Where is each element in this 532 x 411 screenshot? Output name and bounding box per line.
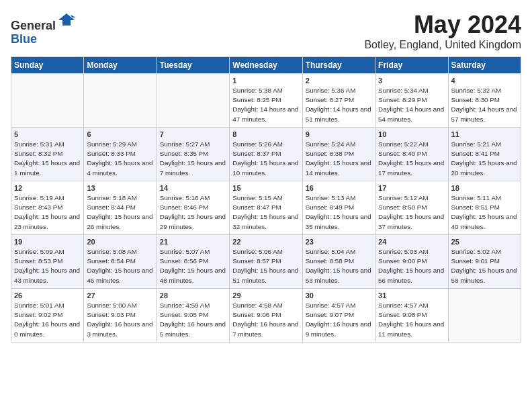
table-row: 20Sunrise: 5:08 AM Sunset: 8:54 PM Dayli…	[84, 235, 157, 289]
day-number: 19	[14, 238, 81, 246]
table-row: 7Sunrise: 5:27 AM Sunset: 8:35 PM Daylig…	[157, 128, 229, 181]
day-number: 21	[160, 238, 226, 246]
day-number: 18	[451, 184, 518, 192]
day-number: 16	[306, 184, 372, 192]
day-number: 23	[306, 238, 372, 246]
table-row	[84, 74, 157, 128]
calendar: Sunday Monday Tuesday Wednesday Thursday…	[11, 56, 521, 342]
day-info: Sunrise: 5:38 AM Sunset: 8:25 PM Dayligh…	[232, 86, 299, 124]
col-thursday: Thursday	[302, 57, 375, 74]
day-info: Sunrise: 5:29 AM Sunset: 8:33 PM Dayligh…	[87, 140, 153, 178]
calendar-week-row: 19Sunrise: 5:09 AM Sunset: 8:53 PM Dayli…	[11, 235, 521, 289]
day-info: Sunrise: 5:18 AM Sunset: 8:44 PM Dayligh…	[87, 193, 153, 232]
table-row: 11Sunrise: 5:21 AM Sunset: 8:41 PM Dayli…	[448, 128, 521, 181]
day-info: Sunrise: 5:22 AM Sunset: 8:40 PM Dayligh…	[378, 140, 445, 178]
day-number: 4	[451, 77, 518, 85]
day-info: Sunrise: 5:09 AM Sunset: 8:53 PM Dayligh…	[14, 247, 81, 285]
day-number: 27	[87, 291, 153, 300]
col-wednesday: Wednesday	[230, 57, 302, 74]
day-info: Sunrise: 5:31 AM Sunset: 8:32 PM Dayligh…	[14, 140, 81, 178]
day-number: 30	[306, 291, 372, 300]
table-row: 21Sunrise: 5:07 AM Sunset: 8:56 PM Dayli…	[157, 235, 229, 289]
table-row: 31Sunrise: 4:57 AM Sunset: 9:08 PM Dayli…	[375, 289, 448, 342]
calendar-header-row: Sunday Monday Tuesday Wednesday Thursday…	[11, 57, 521, 74]
col-saturday: Saturday	[448, 57, 521, 74]
day-info: Sunrise: 5:03 AM Sunset: 9:00 PM Dayligh…	[378, 247, 445, 285]
table-row: 23Sunrise: 5:04 AM Sunset: 8:58 PM Dayli…	[302, 235, 375, 289]
day-number: 9	[306, 130, 372, 138]
day-number: 2	[306, 77, 372, 85]
day-number: 5	[14, 130, 81, 138]
day-info: Sunrise: 5:02 AM Sunset: 9:01 PM Dayligh…	[451, 247, 518, 285]
col-tuesday: Tuesday	[157, 57, 229, 74]
calendar-week-row: 5Sunrise: 5:31 AM Sunset: 8:32 PM Daylig…	[11, 128, 521, 181]
day-info: Sunrise: 5:06 AM Sunset: 8:57 PM Dayligh…	[232, 247, 299, 285]
table-row: 25Sunrise: 5:02 AM Sunset: 9:01 PM Dayli…	[448, 235, 521, 289]
col-friday: Friday	[375, 57, 448, 74]
svg-marker-1	[71, 15, 76, 17]
table-row: 13Sunrise: 5:18 AM Sunset: 8:44 PM Dayli…	[84, 181, 157, 235]
title-block: May 2024 Botley, England, United Kingdom	[364, 11, 521, 51]
day-number: 20	[87, 238, 153, 246]
table-row: 30Sunrise: 4:57 AM Sunset: 9:07 PM Dayli…	[302, 289, 375, 342]
day-info: Sunrise: 5:01 AM Sunset: 9:02 PM Dayligh…	[14, 301, 81, 339]
table-row: 8Sunrise: 5:26 AM Sunset: 8:37 PM Daylig…	[230, 128, 302, 181]
table-row: 10Sunrise: 5:22 AM Sunset: 8:40 PM Dayli…	[375, 128, 448, 181]
table-row: 3Sunrise: 5:34 AM Sunset: 8:29 PM Daylig…	[375, 74, 448, 128]
day-number: 22	[232, 238, 299, 246]
table-row: 9Sunrise: 5:24 AM Sunset: 8:38 PM Daylig…	[302, 128, 375, 181]
day-info: Sunrise: 4:57 AM Sunset: 9:08 PM Dayligh…	[378, 301, 445, 339]
day-number: 17	[378, 184, 445, 192]
day-number: 13	[87, 184, 153, 192]
table-row: 24Sunrise: 5:03 AM Sunset: 9:00 PM Dayli…	[375, 235, 448, 289]
day-info: Sunrise: 5:16 AM Sunset: 8:46 PM Dayligh…	[160, 193, 226, 232]
table-row: 14Sunrise: 5:16 AM Sunset: 8:46 PM Dayli…	[157, 181, 229, 235]
col-monday: Monday	[84, 57, 157, 74]
day-number: 7	[160, 130, 226, 138]
logo-bird-icon	[57, 11, 76, 30]
day-info: Sunrise: 5:24 AM Sunset: 8:38 PM Dayligh…	[306, 140, 372, 178]
table-row: 28Sunrise: 4:59 AM Sunset: 9:05 PM Dayli…	[157, 289, 229, 342]
table-row: 2Sunrise: 5:36 AM Sunset: 8:27 PM Daylig…	[302, 74, 375, 128]
day-number: 12	[14, 184, 81, 192]
day-info: Sunrise: 5:12 AM Sunset: 8:50 PM Dayligh…	[378, 193, 445, 232]
day-number: 14	[160, 184, 226, 192]
day-number: 1	[232, 77, 299, 85]
table-row	[11, 74, 84, 128]
table-row: 16Sunrise: 5:13 AM Sunset: 8:49 PM Dayli…	[302, 181, 375, 235]
day-number: 3	[378, 77, 445, 85]
day-number: 25	[451, 238, 518, 246]
day-info: Sunrise: 5:19 AM Sunset: 8:43 PM Dayligh…	[14, 193, 81, 232]
day-number: 11	[451, 130, 518, 138]
table-row: 27Sunrise: 5:00 AM Sunset: 9:03 PM Dayli…	[84, 289, 157, 342]
day-number: 24	[378, 238, 445, 246]
logo: General Blue	[11, 11, 76, 46]
day-info: Sunrise: 5:07 AM Sunset: 8:56 PM Dayligh…	[160, 247, 226, 285]
calendar-week-row: 1Sunrise: 5:38 AM Sunset: 8:25 PM Daylig…	[11, 74, 521, 128]
table-row: 1Sunrise: 5:38 AM Sunset: 8:25 PM Daylig…	[230, 74, 302, 128]
table-row: 22Sunrise: 5:06 AM Sunset: 8:57 PM Dayli…	[230, 235, 302, 289]
day-info: Sunrise: 4:58 AM Sunset: 9:06 PM Dayligh…	[232, 301, 299, 339]
table-row	[448, 289, 521, 342]
day-info: Sunrise: 5:26 AM Sunset: 8:37 PM Dayligh…	[232, 140, 299, 178]
day-info: Sunrise: 5:00 AM Sunset: 9:03 PM Dayligh…	[87, 301, 153, 339]
day-info: Sunrise: 5:08 AM Sunset: 8:54 PM Dayligh…	[87, 247, 153, 285]
svg-marker-0	[58, 13, 75, 26]
day-number: 28	[160, 291, 226, 300]
day-number: 10	[378, 130, 445, 138]
day-info: Sunrise: 4:57 AM Sunset: 9:07 PM Dayligh…	[306, 301, 372, 339]
day-info: Sunrise: 5:04 AM Sunset: 8:58 PM Dayligh…	[306, 247, 372, 285]
page: General Blue May 2024 Botley, England, U…	[0, 0, 532, 411]
table-row: 12Sunrise: 5:19 AM Sunset: 8:43 PM Dayli…	[11, 181, 84, 235]
table-row: 15Sunrise: 5:15 AM Sunset: 8:47 PM Dayli…	[230, 181, 302, 235]
logo-blue: Blue	[11, 32, 37, 46]
day-number: 31	[378, 291, 445, 300]
month-title: May 2024	[364, 11, 521, 39]
day-info: Sunrise: 5:11 AM Sunset: 8:51 PM Dayligh…	[451, 193, 518, 232]
location: Botley, England, United Kingdom	[364, 39, 521, 51]
header: General Blue May 2024 Botley, England, U…	[11, 11, 521, 51]
table-row: 29Sunrise: 4:58 AM Sunset: 9:06 PM Dayli…	[230, 289, 302, 342]
calendar-week-row: 26Sunrise: 5:01 AM Sunset: 9:02 PM Dayli…	[11, 289, 521, 342]
day-number: 26	[14, 291, 81, 300]
table-row: 17Sunrise: 5:12 AM Sunset: 8:50 PM Dayli…	[375, 181, 448, 235]
